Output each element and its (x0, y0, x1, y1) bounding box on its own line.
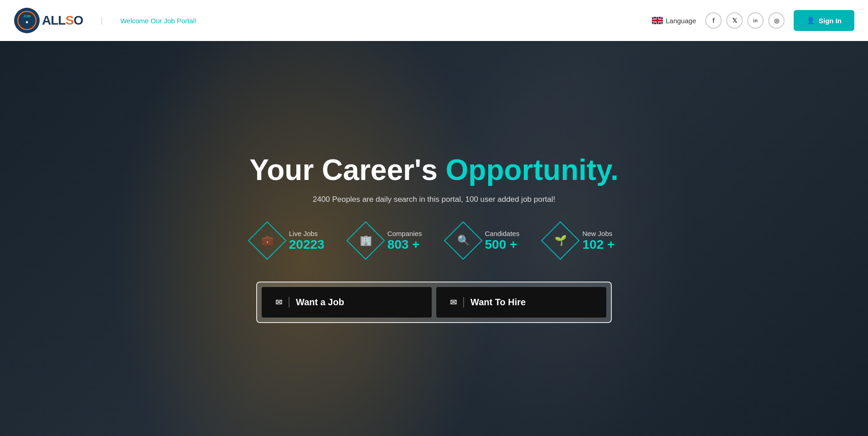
header-right: Language f 𝕏 in ◎ 👤 Sign In (652, 10, 854, 31)
twitter-icon: 𝕏 (732, 17, 737, 24)
facebook-icon: f (713, 17, 715, 24)
want-to-hire-label: Want To Hire (463, 297, 526, 308)
svg-rect-12 (652, 20, 663, 21)
signin-label: Sign In (819, 17, 842, 25)
logo-icon: JOB ● (14, 7, 40, 34)
signin-button[interactable]: 👤 Sign In (794, 10, 854, 31)
logo-text: ALLSO (42, 13, 83, 28)
flag-icon (652, 17, 663, 24)
hero-subtitle: 2400 Peoples are daily search in this po… (179, 195, 689, 204)
live-jobs-label: Live Jobs (289, 230, 325, 237)
new-jobs-value: 102 + (582, 237, 615, 252)
candidates-label: Candidates (485, 230, 520, 237)
companies-value: 803 + (388, 237, 422, 252)
hero-title-teal: Opportunity. (446, 154, 619, 186)
candidates-value: 500 + (485, 237, 520, 252)
companies-label: Companies (388, 230, 422, 237)
twitter-button[interactable]: 𝕏 (726, 12, 743, 29)
candidates-icon-wrap: 🔍 (444, 221, 482, 260)
sprout-icon: 🌱 (554, 235, 567, 246)
language-label: Language (666, 17, 696, 25)
stat-new-jobs: 🌱 New Jobs 102 + (547, 227, 615, 254)
instagram-button[interactable]: ◎ (768, 12, 785, 29)
envelope-icon-right: ✉ (450, 298, 457, 308)
companies-icon-wrap: 🏢 (346, 221, 385, 260)
cta-container: ✉ Want a Job ✉ Want To Hire (256, 282, 612, 323)
candidates-text: Candidates 500 + (485, 230, 520, 252)
nav-welcome: Welcome Our Job Portal! (101, 17, 196, 25)
live-jobs-icon-wrap: 💼 (248, 221, 286, 260)
live-jobs-text: Live Jobs 20223 (289, 230, 325, 252)
svg-text:●: ● (26, 19, 29, 25)
user-icon: 👤 (806, 16, 815, 25)
linkedin-icon: in (753, 18, 758, 23)
svg-text:JOB: JOB (23, 14, 31, 18)
logo[interactable]: JOB ● ALLSO (14, 7, 83, 34)
stat-live-jobs: 💼 Live Jobs 20223 (253, 227, 325, 254)
stat-companies: 🏢 Companies 803 + (352, 227, 422, 254)
facebook-button[interactable]: f (705, 12, 722, 29)
social-icons: f 𝕏 in ◎ (705, 12, 785, 29)
envelope-icon-left: ✉ (275, 298, 282, 308)
hero-title-white: Your Career's (249, 154, 445, 186)
new-jobs-text: New Jobs 102 + (582, 230, 615, 252)
live-jobs-value: 20223 (289, 237, 325, 252)
search-person-icon: 🔍 (457, 235, 469, 246)
building-icon: 🏢 (359, 235, 372, 246)
stats-row: 💼 Live Jobs 20223 🏢 Companies 803 + 🔍 (179, 227, 689, 254)
hero-title: Your Career's Opportunity. (179, 154, 689, 186)
hero-section: Your Career's Opportunity. 2400 Peoples … (0, 0, 868, 436)
instagram-icon: ◎ (774, 17, 779, 24)
header: JOB ● ALLSO Welcome Our Job Portal! Lang… (0, 0, 868, 41)
linkedin-button[interactable]: in (747, 12, 764, 29)
new-jobs-icon-wrap: 🌱 (541, 221, 580, 260)
stat-candidates: 🔍 Candidates 500 + (450, 227, 520, 254)
want-a-job-label: Want a Job (289, 297, 344, 308)
language-button[interactable]: Language (652, 17, 696, 25)
want-a-job-button[interactable]: ✉ Want a Job (262, 287, 432, 318)
new-jobs-label: New Jobs (582, 230, 615, 237)
want-to-hire-button[interactable]: ✉ Want To Hire (436, 287, 606, 318)
hero-content: Your Career's Opportunity. 2400 Peoples … (160, 154, 708, 323)
briefcase-icon: 💼 (261, 235, 273, 246)
header-left: JOB ● ALLSO Welcome Our Job Portal! (14, 7, 196, 34)
companies-text: Companies 803 + (388, 230, 422, 252)
